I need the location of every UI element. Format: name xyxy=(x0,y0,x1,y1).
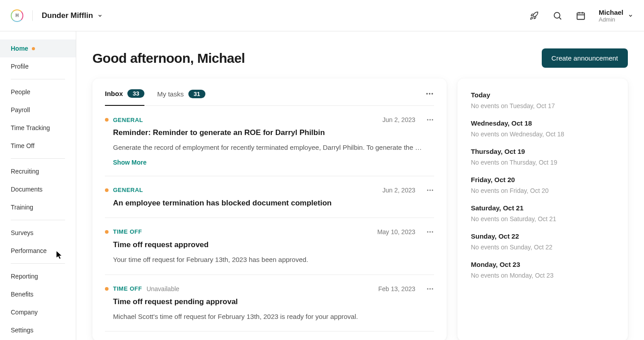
unread-dot-icon xyxy=(105,188,109,192)
sidebar-divider xyxy=(11,220,65,220)
sidebar-item-settings[interactable]: Settings xyxy=(0,321,76,339)
inbox-item-menu-button[interactable] xyxy=(426,228,434,236)
sidebar-item-label: Reporting xyxy=(11,273,38,280)
sidebar-item-profile[interactable]: Profile xyxy=(0,57,76,75)
inbox-item-subcategory: Unavailable xyxy=(147,285,179,292)
sidebar-item-home[interactable]: Home xyxy=(0,39,76,57)
sidebar-item-label: Payroll xyxy=(11,106,30,113)
tab-my-tasks[interactable]: My tasks 31 xyxy=(157,90,205,105)
inbox-item[interactable]: GENERALJun 2, 2023Reminder: Reminder to … xyxy=(105,106,434,176)
app-logo[interactable]: H xyxy=(11,9,23,22)
sidebar-item-performance[interactable]: Performance xyxy=(0,242,76,260)
sidebar-item-surveys[interactable]: Surveys xyxy=(0,224,76,242)
unread-dot-icon xyxy=(105,118,109,122)
inbox-item-title: Time off request approved xyxy=(113,240,434,249)
sidebar-divider xyxy=(11,158,65,159)
chevron-down-icon xyxy=(97,13,103,18)
user-role: Admin xyxy=(599,16,623,23)
tab-inbox[interactable]: Inbox 33 xyxy=(105,89,144,106)
inbox-item-header: TIME OFFMay 10, 2023 xyxy=(105,228,434,236)
svg-point-6 xyxy=(426,93,428,94)
inbox-item-date: Feb 13, 2023 xyxy=(378,285,415,292)
show-more-link[interactable]: Show More xyxy=(113,159,434,166)
inbox-list: GENERALJun 2, 2023Reminder: Reminder to … xyxy=(105,106,434,331)
inbox-item-menu-button[interactable] xyxy=(426,116,434,124)
inbox-item-date: May 10, 2023 xyxy=(377,228,415,235)
create-announcement-button[interactable]: Create announcement xyxy=(542,48,628,68)
inbox-item-title: Reminder: Reminder to generate an ROE fo… xyxy=(113,128,434,137)
inbox-item-body: Michael Scott's time off request for Feb… xyxy=(113,312,434,322)
calendar-icon[interactable] xyxy=(575,10,586,21)
sidebar-divider xyxy=(11,263,65,264)
inbox-item-header: GENERALJun 2, 2023 xyxy=(105,116,434,124)
event-date: Wednesday, Oct 18 xyxy=(471,119,614,127)
svg-point-10 xyxy=(430,119,431,121)
chevron-down-icon xyxy=(628,13,633,18)
tab-mytasks-label: My tasks xyxy=(157,90,183,98)
sidebar-item-label: Benefits xyxy=(11,291,34,298)
event-date: Thursday, Oct 19 xyxy=(471,148,614,155)
event-empty-text: No events on Thursday, Oct 19 xyxy=(471,159,614,166)
tab-inbox-label: Inbox xyxy=(105,90,123,97)
svg-point-12 xyxy=(427,189,428,191)
inbox-item[interactable]: GENERALJun 2, 2023An employee terminatio… xyxy=(105,176,434,218)
inbox-item-body: Generate the record of employment for re… xyxy=(113,143,434,153)
sidebar-item-payroll[interactable]: Payroll xyxy=(0,101,76,119)
workspace-switcher[interactable]: Dunder Mifflin xyxy=(42,11,103,20)
event-day: Monday, Oct 23No events on Monday, Oct 2… xyxy=(471,261,614,279)
event-day: TodayNo events on Tuesday, Oct 17 xyxy=(471,91,614,109)
sidebar-item-company[interactable]: Company xyxy=(0,303,76,321)
event-empty-text: No events on Wednesday, Oct 18 xyxy=(471,131,614,138)
inbox-item-menu-button[interactable] xyxy=(426,285,434,293)
sidebar: HomeProfilePeoplePayrollTime TrackingTim… xyxy=(0,31,76,340)
sidebar-item-label: Time Tracking xyxy=(11,124,50,131)
inbox-item[interactable]: TIME OFFUnavailableFeb 13, 2023Time off … xyxy=(105,275,434,332)
tabs-menu-button[interactable] xyxy=(425,89,434,105)
sidebar-item-benefits[interactable]: Benefits xyxy=(0,285,76,303)
page-head: Good afternoon, Michael Create announcem… xyxy=(92,48,628,68)
inbox-item-title: Time off request pending approval xyxy=(113,297,434,306)
sidebar-item-training[interactable]: Training xyxy=(0,198,76,216)
svg-point-19 xyxy=(430,288,431,289)
event-date: Sunday, Oct 22 xyxy=(471,232,614,240)
svg-point-14 xyxy=(432,189,433,191)
sidebar-item-label: Recruiting xyxy=(11,168,39,175)
inbox-item-category: TIME OFF xyxy=(113,285,142,292)
inbox-item-date: Jun 2, 2023 xyxy=(383,187,415,194)
event-empty-text: No events on Monday, Oct 23 xyxy=(471,272,614,279)
inbox-item-title: An employee termination has blocked docu… xyxy=(113,199,434,208)
user-menu[interactable]: Michael Admin xyxy=(599,9,633,23)
svg-point-20 xyxy=(432,288,433,289)
unread-dot-icon xyxy=(105,230,109,234)
inbox-item-menu-button[interactable] xyxy=(426,186,434,194)
event-day: Friday, Oct 20No events on Friday, Oct 2… xyxy=(471,176,614,194)
sidebar-item-label: People xyxy=(11,88,30,96)
event-empty-text: No events on Tuesday, Oct 17 xyxy=(471,102,614,109)
app-header: H Dunder Mifflin Michael Admin xyxy=(0,0,644,31)
svg-rect-2 xyxy=(577,13,585,19)
inbox-tabs: Inbox 33 My tasks 31 xyxy=(105,89,434,106)
header-right: Michael Admin xyxy=(529,9,633,23)
search-icon[interactable] xyxy=(552,10,563,21)
inbox-item-category: GENERAL xyxy=(113,187,143,193)
sidebar-item-reporting[interactable]: Reporting xyxy=(0,267,76,285)
sidebar-item-label: Profile xyxy=(11,63,29,70)
sidebar-item-time-off[interactable]: Time Off xyxy=(0,137,76,155)
sidebar-item-label: Documents xyxy=(11,186,43,193)
event-day: Thursday, Oct 19No events on Thursday, O… xyxy=(471,148,614,166)
user-text: Michael Admin xyxy=(599,9,623,23)
sidebar-item-documents[interactable]: Documents xyxy=(0,180,76,198)
svg-point-0 xyxy=(554,12,560,18)
sidebar-item-label: Home xyxy=(11,45,28,52)
events-card: TodayNo events on Tuesday, Oct 17Wednesd… xyxy=(457,78,628,340)
event-date: Monday, Oct 23 xyxy=(471,261,614,268)
page-title: Good afternoon, Michael xyxy=(92,51,245,66)
sidebar-item-people[interactable]: People xyxy=(0,83,76,101)
rocket-icon[interactable] xyxy=(529,10,540,21)
inbox-item-body: Your time off request for February 13th,… xyxy=(113,255,434,265)
svg-point-17 xyxy=(432,231,433,232)
sidebar-item-time-tracking[interactable]: Time Tracking xyxy=(0,119,76,137)
svg-point-18 xyxy=(427,288,428,289)
inbox-item[interactable]: TIME OFFMay 10, 2023Time off request app… xyxy=(105,218,434,275)
sidebar-item-recruiting[interactable]: Recruiting xyxy=(0,162,76,180)
